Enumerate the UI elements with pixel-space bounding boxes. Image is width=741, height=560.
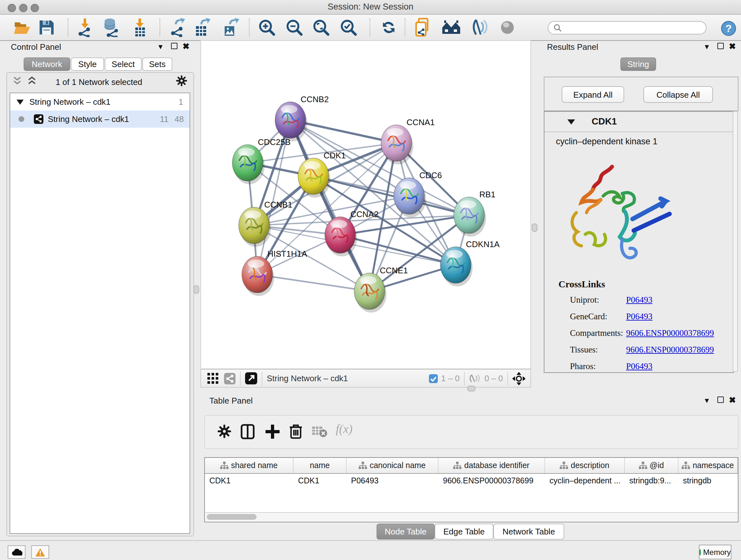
results-panel-float-icon[interactable]: ▼ xyxy=(703,44,711,51)
table-cell[interactable]: stringdb xyxy=(678,474,738,488)
network-node-CDK1[interactable] xyxy=(298,158,330,198)
collapse-all-networks-icon[interactable] xyxy=(13,77,24,85)
scrollbar-thumb[interactable] xyxy=(207,514,257,520)
table-cell[interactable]: CDK1 xyxy=(293,474,347,488)
tab-edge-table[interactable]: Edge Table xyxy=(434,523,493,540)
network-options-gear-icon[interactable] xyxy=(176,75,187,86)
right-splitter-handle[interactable] xyxy=(532,224,537,232)
network-canvas[interactable]: CCNB2CCNA1CDC25BCDK1CDC6RB1CCNB1CCNA2CDK… xyxy=(200,40,531,369)
tree-expand-icon[interactable] xyxy=(17,99,23,105)
cloud-button[interactable] xyxy=(8,545,25,559)
add-column-icon[interactable] xyxy=(265,424,280,439)
network-collection-row[interactable]: String Network – cdk1 1 xyxy=(10,93,190,111)
table-cell[interactable]: CDK1 xyxy=(205,474,293,488)
network-node-CCNA2[interactable] xyxy=(325,217,357,256)
left-splitter-handle[interactable] xyxy=(193,286,199,294)
export-network-icon[interactable] xyxy=(168,18,187,37)
tab-select[interactable]: Select xyxy=(105,57,142,71)
search-box[interactable] xyxy=(548,21,706,35)
function-builder-icon[interactable]: f(x) xyxy=(336,422,353,436)
tab-string-results[interactable]: String xyxy=(620,57,656,71)
string-home-icon[interactable] xyxy=(442,18,461,37)
section-collapse-icon[interactable] xyxy=(567,119,575,125)
memory-button[interactable]: Memory xyxy=(699,545,731,559)
network-view-title: String Network – cdk1 xyxy=(267,374,348,383)
export-table-icon[interactable] xyxy=(192,18,211,37)
network-node-RB1[interactable] xyxy=(454,197,486,237)
glass-eye-slash-icon[interactable] xyxy=(470,18,489,37)
crosslink-link[interactable]: P06493 xyxy=(626,361,653,372)
table-cell[interactable]: stringdb:9... xyxy=(625,474,678,488)
table-cell[interactable]: 9606.ENSP00000378699 xyxy=(439,474,545,488)
column-header-description[interactable]: description xyxy=(545,458,625,473)
crosslink-link[interactable]: 9606.ENSP00000378699 xyxy=(626,328,714,338)
horizontal-splitter-handle[interactable] xyxy=(467,386,475,391)
network-row[interactable]: String Network – cdk1 11 48 xyxy=(10,111,190,128)
network-node-CDKN1A[interactable] xyxy=(441,247,473,287)
control-panel-close-icon[interactable]: ✖ xyxy=(183,43,190,50)
string-docs-icon[interactable] xyxy=(414,18,433,37)
tab-style[interactable]: Style xyxy=(71,57,104,71)
results-panel-maximize-icon[interactable] xyxy=(718,43,724,49)
network-node-CCNB1[interactable] xyxy=(239,207,271,247)
table-panel-maximize-icon[interactable] xyxy=(718,396,724,403)
column-header-namespace[interactable]: namespace xyxy=(678,458,738,473)
control-panel-float-icon[interactable]: ▼ xyxy=(157,44,164,51)
import-table-icon[interactable] xyxy=(130,18,149,37)
import-database-icon[interactable] xyxy=(102,18,121,37)
column-header-sharedname[interactable]: shared name xyxy=(205,458,293,473)
results-panel-close-icon[interactable]: ✖ xyxy=(729,43,736,50)
search-input[interactable] xyxy=(562,23,692,33)
network-node-CCNB2[interactable] xyxy=(275,102,307,141)
save-session-icon[interactable] xyxy=(37,18,56,37)
crosslink-link[interactable]: 9606.ENSP00000378699 xyxy=(626,345,714,355)
table-horizontal-scrollbar[interactable] xyxy=(205,512,737,521)
crosslink-link[interactable]: P06493 xyxy=(626,295,653,305)
table-cell[interactable]: cyclin–dependent ... xyxy=(545,474,625,488)
zoom-fit-icon[interactable] xyxy=(312,18,331,37)
open-session-icon[interactable] xyxy=(13,18,32,37)
gene-section-header[interactable]: CDK1 xyxy=(544,112,733,132)
table-options-gear-icon[interactable] xyxy=(218,425,231,438)
export-image-icon[interactable] xyxy=(221,18,240,37)
column-header-name[interactable]: name xyxy=(293,458,347,473)
control-panel-maximize-icon[interactable] xyxy=(171,43,178,49)
delete-column-icon[interactable] xyxy=(289,423,302,439)
birds-eye-grid-icon[interactable] xyxy=(207,373,218,384)
network-node-CCNE1[interactable] xyxy=(354,273,387,313)
table-panel-float-icon[interactable]: ▼ xyxy=(703,397,711,404)
selected-checkbox-icon[interactable] xyxy=(429,374,438,383)
export-view-icon[interactable] xyxy=(245,372,257,384)
fit-selected-crosshair-icon[interactable] xyxy=(513,372,525,385)
crosslink-label: Pharos: xyxy=(570,361,596,372)
collapse-all-button[interactable]: Collapse All xyxy=(643,86,713,103)
zoom-selected-icon[interactable] xyxy=(339,18,358,37)
results-scrollbar[interactable] xyxy=(733,111,738,372)
delete-table-icon[interactable] xyxy=(312,427,327,437)
import-network-icon[interactable] xyxy=(75,18,94,37)
tab-network-table[interactable]: Network Table xyxy=(493,523,564,540)
zoom-in-icon[interactable] xyxy=(257,18,276,37)
table-panel-close-icon[interactable]: ✖ xyxy=(729,396,736,403)
table-cell[interactable]: P06493 xyxy=(347,474,439,488)
tab-node-table[interactable]: Node Table xyxy=(377,523,434,540)
table-row[interactable]: CDK1CDK1P064939606.ENSP00000378699cyclin… xyxy=(205,474,738,488)
zoom-out-icon[interactable] xyxy=(285,18,304,37)
column-header-databaseidentifier[interactable]: database identifier xyxy=(439,458,545,473)
network-share-gray-icon[interactable] xyxy=(224,373,235,384)
network-node-HIST1H1A[interactable] xyxy=(242,256,274,296)
hidden-eye-slash-icon[interactable] xyxy=(469,374,481,383)
expand-all-networks-icon[interactable] xyxy=(27,77,39,85)
tab-sets[interactable]: Sets xyxy=(142,57,172,71)
help-icon[interactable]: ? xyxy=(719,18,738,38)
glass-eye-icon[interactable] xyxy=(498,18,517,37)
tab-network[interactable]: Network xyxy=(23,57,70,71)
crosslink-link[interactable]: P06493 xyxy=(626,312,653,322)
expand-all-button[interactable]: Expand All xyxy=(562,86,624,103)
show-columns-icon[interactable] xyxy=(241,424,255,439)
refresh-icon[interactable] xyxy=(379,18,398,37)
column-header-id[interactable]: @id xyxy=(625,458,678,473)
column-header-canonicalname[interactable]: canonical name xyxy=(347,458,439,473)
network-node-CDC6[interactable] xyxy=(394,178,426,217)
warning-button[interactable] xyxy=(31,545,49,559)
